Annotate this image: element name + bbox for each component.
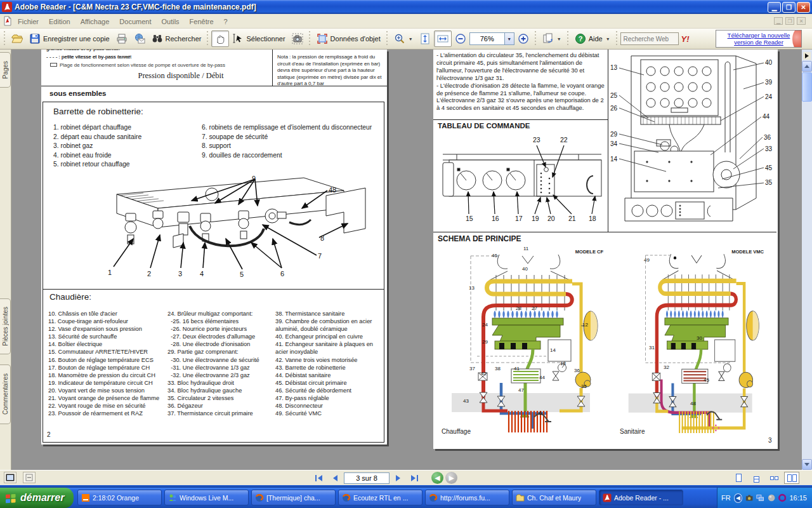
scrollbar-thumb[interactable]: [802, 72, 812, 102]
chaudiere-list-col1: 10. Châssis en tôle d'acier11. Coupe-tir…: [48, 310, 167, 417]
zoom-in-tool-button[interactable]: ▼: [391, 30, 416, 47]
save-copy-button[interactable]: Enregistrer une copie: [26, 30, 113, 47]
tray-volume-icon[interactable]: [768, 493, 775, 502]
menu-item[interactable]: Document: [114, 16, 156, 27]
taskbar-item-firefox-thermique[interactable]: [Thermique] cha...: [251, 490, 336, 505]
toolbar-grip[interactable]: [308, 31, 311, 46]
tray-network-icon[interactable]: [756, 493, 764, 502]
scroll-up-button[interactable]: [802, 61, 812, 72]
pump-legend-row3: Plage de fonctionnement selon vitesse de…: [50, 62, 60, 68]
toolbar-grip[interactable]: [3, 31, 6, 46]
taskbar-item-adobe-reader[interactable]: Adobe Reader - ...: [599, 490, 683, 505]
adobe-reader-window: Adobe Reader - [C&M Nectra 23 CF,VMC-fic…: [0, 0, 812, 508]
menu-item[interactable]: ?: [219, 16, 233, 27]
scroll-down-button[interactable]: [802, 459, 812, 470]
zoom-level-field[interactable]: 76%: [469, 32, 505, 45]
fullscreen-toggle-button[interactable]: [4, 472, 16, 483]
first-page-button[interactable]: [312, 472, 326, 484]
tray-orange-messenger-icon[interactable]: [778, 493, 786, 502]
clock[interactable]: 16:15: [789, 494, 807, 502]
previous-view-button[interactable]: ◀: [431, 472, 443, 484]
svg-text:?: ?: [578, 35, 582, 43]
toolbar-grip[interactable]: [615, 31, 619, 46]
doc-restore-button[interactable]: ❐: [785, 17, 794, 25]
column-divider: [608, 50, 608, 232]
menu-item[interactable]: Affichage: [75, 16, 115, 27]
intro-text: - L'alimentation du circulateur 35, l'en…: [436, 51, 608, 112]
scroll-down-icon: [804, 463, 809, 466]
fit-height-icon: [419, 33, 431, 44]
taskbar-item-windows-live[interactable]: Windows Live M...: [164, 490, 249, 505]
hand-tool-button[interactable]: [211, 30, 229, 47]
vertical-scrollbar[interactable]: [802, 50, 812, 470]
callout-number: 6: [539, 411, 542, 416]
taskbar-item-folder[interactable]: Ch. Chaf et Maury: [512, 490, 596, 505]
tray-camera-icon[interactable]: [745, 493, 753, 502]
callout-number: 4: [200, 271, 204, 277]
page-number-field[interactable]: 3 sur 8: [344, 472, 390, 484]
object-data-button[interactable]: Données d'objet: [313, 30, 384, 47]
language-indicator[interactable]: FR: [721, 494, 731, 502]
last-page-button[interactable]: [407, 472, 421, 484]
callout-number: 25: [610, 93, 617, 99]
document-canvas[interactable]: grande vitesse et by-pass fermé grande v…: [11, 50, 802, 470]
callout-number: 45: [704, 378, 709, 383]
tab-attachments[interactable]: Pièces jointes: [0, 298, 11, 354]
print-button[interactable]: [113, 30, 131, 47]
taskbar-item-orange[interactable]: 2:18:02 Orange: [77, 490, 162, 505]
tab-comments[interactable]: Commentaires: [0, 364, 11, 424]
menu-item[interactable]: Outils: [156, 16, 184, 27]
toolbar-overflow-button[interactable]: [803, 52, 811, 60]
select-tool-button[interactable]: Sélectionner: [229, 30, 288, 47]
tab-pages[interactable]: Pages: [0, 52, 11, 88]
minimize-button[interactable]: ▁: [768, 2, 781, 13]
yahoo-icon[interactable]: Y!: [681, 34, 690, 44]
next-view-button[interactable]: ▶: [445, 472, 457, 484]
web-search-input[interactable]: [620, 32, 679, 45]
restore-button[interactable]: ❐: [782, 2, 796, 13]
email-button[interactable]: [131, 30, 148, 47]
fit-height-button[interactable]: [416, 30, 434, 47]
taskbar-item-firefox-forums[interactable]: http://forums.fu...: [425, 490, 509, 505]
single-page-button[interactable]: [731, 472, 746, 484]
list-item: 36. Dégazeur: [167, 402, 277, 410]
zoom-level-dropdown[interactable]: ▼: [505, 32, 514, 45]
window-titlebar[interactable]: Adobe Reader - [C&M Nectra 23 CF,VMC-fic…: [0, 0, 812, 14]
toolbar-grip[interactable]: [566, 31, 570, 46]
toolbar-grip[interactable]: [534, 31, 537, 46]
search-button[interactable]: Rechercher: [148, 30, 205, 47]
doc-minimize-button[interactable]: ▁: [774, 17, 783, 25]
fit-width-button[interactable]: [434, 30, 452, 47]
continuous-facing-button[interactable]: [766, 472, 782, 484]
barrette-title: Barrette de robinetterie:: [53, 107, 143, 116]
page-display-button[interactable]: ▼: [539, 30, 565, 47]
previous-page-button[interactable]: [328, 472, 342, 484]
zoom-in-button[interactable]: [514, 30, 532, 47]
callout-number: 45: [765, 165, 772, 171]
start-button[interactable]: démarrer: [0, 488, 74, 508]
taskbar-item-firefox-rtl[interactable]: Ecoutez RTL en ...: [338, 490, 422, 505]
firefox-icon: [429, 493, 438, 502]
zoom-out-button[interactable]: [452, 30, 469, 47]
menu-item[interactable]: Fenêtre: [185, 16, 219, 27]
toolbar: Enregistrer une copie Rechercher Sélecti…: [0, 29, 812, 50]
toolbar-grip[interactable]: [206, 31, 209, 46]
menu-item[interactable]: Edition: [44, 16, 75, 27]
snapshot-tool-button[interactable]: [289, 30, 306, 47]
download-reader-link[interactable]: Télécharger la nouvelle version de Reade…: [716, 30, 802, 48]
doc-close-button[interactable]: ✕: [797, 17, 806, 25]
callout-number: 8: [320, 235, 324, 242]
toolbar-grip[interactable]: [386, 31, 389, 46]
continuous-button[interactable]: [749, 472, 764, 484]
object-data-icon: [317, 33, 328, 44]
facing-pages-button[interactable]: [784, 472, 799, 484]
menu-item[interactable]: Fichier: [13, 16, 44, 27]
tray-collapse-chevron[interactable]: ◀: [734, 493, 742, 503]
open-button[interactable]: [8, 30, 26, 47]
document-workspace: Pages Pièces jointes Commentaires grande…: [0, 50, 812, 470]
page-size-button[interactable]: [23, 472, 36, 483]
help-button[interactable]: ? Aide ▼: [572, 30, 613, 47]
list-item: 9. douilles de raccordement: [202, 151, 374, 161]
next-page-button[interactable]: [391, 472, 405, 484]
close-button[interactable]: ✕: [797, 2, 810, 13]
